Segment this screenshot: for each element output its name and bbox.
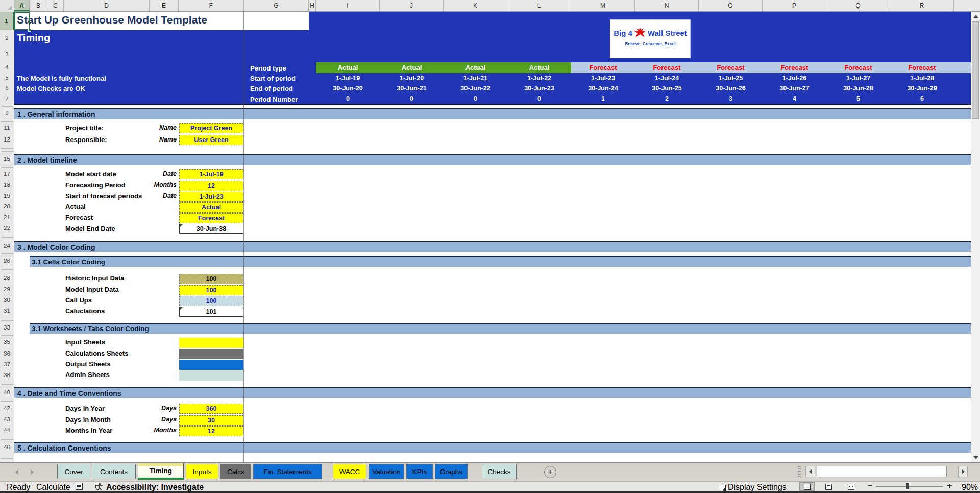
hscroll-left-button[interactable] [805, 466, 815, 477]
input-cell-project-title[interactable]: Project Green [179, 123, 243, 133]
period-number-cell[interactable]: 6 [890, 93, 954, 104]
macro-record-icon[interactable] [76, 483, 83, 490]
tab-inputs[interactable]: Inputs [186, 464, 218, 479]
display-settings-button[interactable]: Display Settings [719, 483, 787, 492]
period-start-cell[interactable]: 1-Jul-24 [635, 73, 699, 83]
tab-checks[interactable]: Checks [482, 464, 517, 479]
page-break-view-button[interactable] [843, 482, 859, 491]
row-header-43[interactable]: 43 [0, 416, 14, 422]
column-header-i[interactable]: I [316, 0, 380, 11]
period-type-cell[interactable]: Actual [316, 62, 380, 73]
input-cell-days-in-month[interactable]: 30 [179, 415, 243, 426]
row-header-19[interactable]: 19 [0, 193, 14, 199]
period-start-cell[interactable]: 1-Jul-19 [316, 73, 380, 83]
column-header-q[interactable]: Q [826, 0, 890, 11]
period-end-cell[interactable]: 30-Jun-27 [763, 83, 826, 93]
vertical-scroll-thumb[interactable] [972, 21, 979, 119]
row-header-38[interactable]: 38 [0, 372, 14, 378]
row-header-9[interactable]: 9 [0, 110, 14, 116]
period-end-cell[interactable]: 30-Jun-24 [571, 83, 635, 93]
column-header-m[interactable]: M [571, 0, 635, 11]
column-header-l[interactable]: L [507, 0, 571, 11]
period-end-cell[interactable]: 30-Jun-23 [507, 83, 571, 93]
period-start-cell[interactable]: 1-Jul-21 [444, 73, 507, 83]
row-header-5[interactable]: 5 [0, 75, 14, 81]
column-header-r[interactable]: R [890, 0, 954, 11]
column-header-j[interactable]: J [380, 0, 444, 11]
accessibility-status[interactable]: Accessibility: Investigate [106, 483, 204, 492]
input-cell-months-in-year[interactable]: 12 [179, 426, 243, 436]
column-header-f[interactable]: F [179, 0, 244, 11]
tab-graphs[interactable]: Graphs [435, 464, 468, 479]
row-header-1[interactable]: 1 [0, 12, 14, 30]
period-column[interactable]: Forecast 1-Jul-26 30-Jun-27 4 [763, 62, 826, 104]
add-sheet-button[interactable]: + [544, 466, 556, 478]
column-header-k[interactable]: K [444, 0, 507, 11]
zoom-out-icon[interactable] [868, 485, 872, 486]
zoom-slider-track[interactable] [876, 486, 943, 487]
period-type-cell[interactable]: Forecast [699, 62, 763, 73]
period-type-cell[interactable]: Forecast [571, 62, 635, 73]
period-end-cell[interactable]: 30-Jun-29 [890, 83, 954, 93]
period-start-cell[interactable]: 1-Jul-27 [826, 73, 890, 83]
period-column[interactable]: Actual 1-Jul-22 30-Jun-23 0 [507, 62, 571, 104]
tab-wacc[interactable]: WACC [333, 464, 366, 479]
input-cell-responsible[interactable]: User Green [179, 135, 243, 145]
period-column[interactable]: Forecast 1-Jul-23 30-Jun-24 1 [571, 62, 635, 104]
period-type-cell[interactable]: Forecast [826, 62, 890, 73]
calculate-status[interactable]: Calculate [36, 483, 70, 492]
period-end-cell[interactable]: 30-Jun-22 [444, 83, 507, 93]
row-header-35[interactable]: 35 [0, 339, 14, 345]
scroll-down-button[interactable] [971, 453, 980, 462]
row-header-33[interactable]: 33 [0, 324, 14, 331]
period-column[interactable]: Forecast 1-Jul-27 30-Jun-28 5 [826, 62, 890, 104]
row-header-12[interactable]: 12 [0, 136, 14, 143]
period-number-cell[interactable]: 4 [763, 93, 826, 104]
column-header-c[interactable]: C [47, 0, 64, 11]
period-column[interactable]: Actual 1-Jul-21 30-Jun-22 0 [444, 62, 507, 104]
period-end-cell[interactable]: 30-Jun-20 [316, 83, 380, 93]
row-header-24[interactable]: 24 [0, 243, 14, 249]
column-header-g[interactable]: G [244, 0, 309, 11]
horizontal-scroll-thumb[interactable] [817, 466, 947, 477]
input-cell-actual-flag[interactable]: Actual [179, 202, 243, 213]
page-layout-view-button[interactable] [821, 482, 836, 491]
calc-cell-model-end-date[interactable]: 30-Jun-38 [179, 224, 243, 234]
period-column[interactable]: Forecast 1-Jul-28 30-Jun-29 6 [890, 62, 954, 104]
row-header-31[interactable]: 31 [0, 308, 14, 314]
swatch-calculation-sheets[interactable] [179, 349, 243, 359]
period-start-cell[interactable]: 1-Jul-26 [763, 73, 826, 83]
period-type-cell[interactable]: Forecast [890, 62, 954, 73]
swatch-output-sheets[interactable] [179, 360, 243, 370]
column-header-n[interactable]: N [635, 0, 699, 11]
row-header-4[interactable]: 4 [0, 64, 14, 71]
zoom-slider-handle[interactable] [906, 483, 909, 489]
row-header-30[interactable]: 30 [0, 297, 14, 303]
row-header-20[interactable]: 20 [0, 203, 14, 209]
row-header-44[interactable]: 44 [0, 427, 14, 433]
period-start-cell[interactable]: 1-Jul-25 [699, 73, 763, 83]
period-column[interactable]: Actual 1-Jul-20 30-Jun-21 0 [380, 62, 444, 104]
swatch-input-sheets[interactable] [179, 338, 243, 348]
row-header-22[interactable]: 22 [0, 225, 14, 231]
row-header-40[interactable]: 40 [0, 389, 14, 395]
period-type-cell[interactable]: Forecast [763, 62, 826, 73]
input-cell-model-start-date[interactable]: 1-Jul-19 [179, 169, 243, 179]
period-number-cell[interactable]: 0 [316, 93, 380, 104]
cell-model-input[interactable]: 100 [179, 285, 243, 295]
row-header-6[interactable]: 6 [0, 85, 14, 91]
period-end-cell[interactable]: 30-Jun-25 [635, 83, 699, 93]
column-header-o[interactable]: O [699, 0, 763, 11]
period-type-cell[interactable]: Actual [507, 62, 571, 73]
row-header-36[interactable]: 36 [0, 350, 14, 357]
select-all-corner[interactable] [0, 0, 14, 12]
period-number-cell[interactable]: 1 [571, 93, 635, 104]
row-header-7[interactable]: 7 [0, 96, 14, 102]
input-cell-forecast-start[interactable]: 1-Jul-23 [179, 192, 243, 202]
tab-timing[interactable]: Timing [138, 463, 184, 480]
period-end-cell[interactable]: 30-Jun-21 [380, 83, 444, 93]
row-header-28[interactable]: 28 [0, 275, 14, 281]
tab-fin-statements[interactable]: Fin. Statements [253, 464, 322, 479]
row-header-18[interactable]: 18 [0, 182, 14, 188]
period-column[interactable]: Forecast 1-Jul-25 30-Jun-26 3 [699, 62, 763, 104]
